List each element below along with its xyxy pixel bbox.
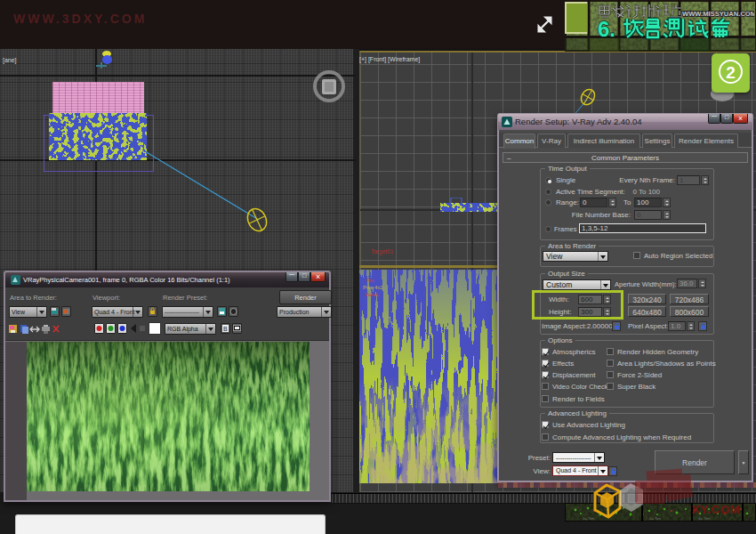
svg-text:Fst: Fst (366, 278, 374, 283)
svg-text:Pws 4x2: Pws 4x2 (363, 285, 383, 290)
svg-text:XY.COM: XY.COM (692, 503, 741, 516)
svg-text:ViewL: ViewL (365, 292, 380, 297)
svg-text:B: B (223, 326, 228, 332)
svg-text:6.: 6. (598, 17, 615, 41)
